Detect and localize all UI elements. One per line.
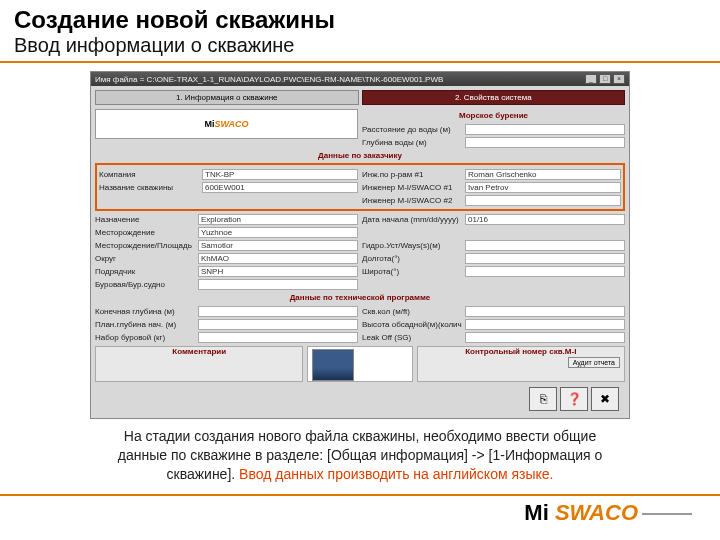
- input-fieldpad[interactable]: Samotlor: [198, 240, 358, 251]
- control-panel: Контрольный номер скв.M-I Аудит отчета: [417, 346, 625, 382]
- tool-button-c[interactable]: ✖: [591, 387, 619, 411]
- footer-rule-icon: [642, 513, 692, 515]
- label-latitude: Широта(°): [362, 267, 462, 276]
- label-casing: Высота обсадной(м)(колич.): [362, 320, 462, 329]
- tab-well-info[interactable]: 1. Информация о скважине: [95, 90, 359, 105]
- app-window: Имя файла = C:\ONE-TRAX_1-1_RUNA\DAYLOAD…: [90, 71, 630, 419]
- input-startdate[interactable]: 01/16: [465, 214, 625, 225]
- label-fieldpad: Месторождение/Площадь: [95, 241, 195, 250]
- input-contractor[interactable]: SNPH: [198, 266, 358, 277]
- label-eng3: Инженер M-I/SWACO #2: [362, 196, 462, 205]
- footer-logo-swaco: SWACO: [555, 500, 638, 525]
- input-wellname[interactable]: 600EW001: [202, 182, 358, 193]
- label-longitude: Долгота(°): [362, 254, 462, 263]
- logo-mi: Mi: [204, 119, 214, 129]
- caption-line3a: скважине].: [167, 466, 240, 482]
- label-purpose: Назначение: [95, 215, 195, 224]
- footer-logo: Mi SWACO: [0, 498, 720, 530]
- comment-row: Комментарии Контрольный номер скв.M-I Ау…: [95, 344, 625, 384]
- input-enddepth[interactable]: [198, 306, 358, 317]
- window-title: Имя файла = C:\ONE-TRAX_1-1_RUNA\DAYLOAD…: [95, 75, 585, 84]
- label-rigtype: Буровая/Бур.судно: [95, 280, 195, 289]
- audit-button[interactable]: Аудит отчета: [568, 357, 620, 368]
- label-district: Округ: [95, 254, 195, 263]
- input-longitude[interactable]: [465, 253, 625, 264]
- label-startdate: Дата начала (mm/dd/yyyy): [362, 215, 462, 224]
- titlebar: Имя файла = C:\ONE-TRAX_1-1_RUNA\DAYLOAD…: [91, 72, 629, 86]
- label-contractor: Подрядчик: [95, 267, 195, 276]
- screenshot-container: Имя файла = C:\ONE-TRAX_1-1_RUNA\DAYLOAD…: [0, 71, 720, 419]
- tool-button-b[interactable]: ❓: [560, 387, 588, 411]
- label-company: Компания: [99, 170, 199, 179]
- label-waterdepth: Глубина воды (м): [362, 138, 462, 147]
- toolbar-row: ⎘ ❓ ✖: [95, 384, 625, 414]
- input-drillmethod[interactable]: [198, 332, 358, 343]
- image-thumbnail[interactable]: [312, 349, 354, 381]
- label-plandepth: План.глубина нач. (м): [95, 320, 195, 329]
- slide-subtitle: Ввод информации о скважине: [0, 34, 720, 61]
- input-wellcount[interactable]: [465, 306, 625, 317]
- input-wellhead[interactable]: [465, 240, 625, 251]
- label-field: Месторождение: [95, 228, 195, 237]
- input-eng3[interactable]: [465, 195, 621, 206]
- label-leak: Leak Off (SG): [362, 333, 462, 342]
- label-eng2: Инженер M-I/SWACO #1: [362, 183, 462, 192]
- section-tech: Данные по технической программе: [95, 291, 625, 304]
- comments-panel: Комментарии: [95, 346, 303, 382]
- close-button[interactable]: ×: [613, 74, 625, 84]
- label-enddepth: Конечная глубина (м): [95, 307, 195, 316]
- label-waterdist: Расстояние до воды (м): [362, 125, 462, 134]
- highlight-box: КомпанияTNK-BP Название скважины600EW001…: [95, 163, 625, 211]
- caption-line1: На стадии создания нового файла скважины…: [124, 428, 596, 444]
- slide-title: Создание новой скважины: [0, 0, 720, 34]
- control-head: Контрольный номер скв.M-I: [418, 347, 624, 356]
- logo-swaco: SWACO: [214, 119, 248, 129]
- input-leak[interactable]: [465, 332, 625, 343]
- tab-system-props[interactable]: 2. Свойства система: [362, 90, 626, 105]
- maximize-button[interactable]: □: [599, 74, 611, 84]
- input-eng2[interactable]: Ivan Petrov: [465, 182, 621, 193]
- form-body: Mi SWACO Морское бурение Расстояние до в…: [91, 105, 629, 418]
- caption-line3b: Ввод данных производить на английском яз…: [239, 466, 553, 482]
- tab-row: 1. Информация о скважине 2. Свойства сис…: [91, 86, 629, 105]
- image-panel: [307, 346, 412, 382]
- section-customer: Данные по заказчику: [95, 149, 625, 162]
- input-purpose[interactable]: Exploration: [198, 214, 358, 225]
- input-waterdist[interactable]: [465, 124, 625, 135]
- caption: На стадии создания нового файла скважины…: [0, 419, 720, 488]
- label-drillmethod: Набор буровой (кг): [95, 333, 195, 342]
- label-wellhead: Гидро.Уст/Ways(s)(м): [362, 241, 462, 250]
- input-latitude[interactable]: [465, 266, 625, 277]
- label-wellname: Название скважины: [99, 183, 199, 192]
- input-rigtype[interactable]: [198, 279, 358, 290]
- input-eng1[interactable]: Roman Grischenko: [465, 169, 621, 180]
- input-casing[interactable]: [465, 319, 625, 330]
- input-field[interactable]: Yuzhnoe: [198, 227, 358, 238]
- title-divider: [0, 61, 720, 63]
- comments-head: Комментарии: [96, 347, 302, 356]
- section-offshore: Морское бурение: [362, 109, 625, 122]
- logo-box: Mi SWACO: [95, 109, 358, 139]
- input-company[interactable]: TNK-BP: [202, 169, 358, 180]
- footer-logo-mi: Mi: [524, 500, 555, 525]
- input-district[interactable]: KhMAO: [198, 253, 358, 264]
- window-buttons: _ □ ×: [585, 74, 625, 84]
- input-waterdepth[interactable]: [465, 137, 625, 148]
- tool-button-a[interactable]: ⎘: [529, 387, 557, 411]
- input-plandepth[interactable]: [198, 319, 358, 330]
- footer-divider: [0, 494, 720, 496]
- label-wellcount: Скв.кол (м/ft): [362, 307, 462, 316]
- minimize-button[interactable]: _: [585, 74, 597, 84]
- caption-line2: данные по скважине в разделе: [Общая инф…: [118, 447, 603, 463]
- label-eng1: Инж.по р-рам #1: [362, 170, 462, 179]
